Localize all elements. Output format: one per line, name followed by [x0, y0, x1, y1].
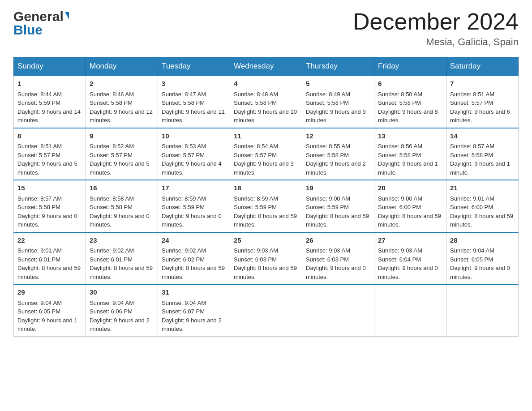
table-cell: 4Sunrise: 8:48 AMSunset: 5:58 PMDaylight…: [230, 76, 302, 128]
col-tuesday: Tuesday: [158, 57, 230, 76]
col-thursday: Thursday: [302, 57, 374, 76]
col-sunday: Sunday: [14, 57, 86, 76]
title-section: December 2024 Mesia, Galicia, Spain: [353, 9, 519, 48]
logo-triangle-icon: [65, 12, 69, 19]
table-cell: 22Sunrise: 9:01 AMSunset: 6:01 PMDayligh…: [14, 232, 86, 285]
day-number: 16: [90, 183, 154, 193]
table-cell: [302, 284, 374, 336]
day-number: 25: [234, 235, 298, 246]
day-number: 31: [162, 287, 226, 298]
table-cell: [374, 284, 446, 336]
table-cell: 20Sunrise: 9:00 AMSunset: 6:00 PMDayligh…: [374, 180, 446, 232]
month-title: December 2024: [353, 9, 519, 34]
table-cell: 23Sunrise: 9:02 AMSunset: 6:01 PMDayligh…: [86, 232, 158, 285]
table-cell: 8Sunrise: 8:51 AMSunset: 5:57 PMDaylight…: [14, 128, 86, 180]
table-cell: 14Sunrise: 8:57 AMSunset: 5:58 PMDayligh…: [446, 128, 519, 180]
table-cell: 26Sunrise: 9:03 AMSunset: 6:03 PMDayligh…: [302, 232, 374, 285]
day-number: 15: [17, 183, 82, 193]
day-number: 27: [378, 235, 442, 246]
table-cell: 3Sunrise: 8:47 AMSunset: 5:58 PMDaylight…: [158, 76, 230, 128]
table-cell: 29Sunrise: 9:04 AMSunset: 6:05 PMDayligh…: [14, 284, 86, 336]
table-cell: 19Sunrise: 9:00 AMSunset: 5:59 PMDayligh…: [302, 180, 374, 232]
table-cell: 9Sunrise: 8:52 AMSunset: 5:57 PMDaylight…: [86, 128, 158, 180]
location: Mesia, Galicia, Spain: [353, 36, 519, 48]
calendar-header: Sunday Monday Tuesday Wednesday Thursday…: [14, 57, 519, 76]
table-cell: 18Sunrise: 8:59 AMSunset: 5:59 PMDayligh…: [230, 180, 302, 232]
day-number: 13: [378, 131, 442, 141]
calendar-table: Sunday Monday Tuesday Wednesday Thursday…: [13, 57, 519, 337]
col-monday: Monday: [86, 57, 158, 76]
day-number: 21: [450, 183, 515, 193]
day-number: 9: [90, 131, 154, 141]
table-cell: 2Sunrise: 8:46 AMSunset: 5:58 PMDaylight…: [86, 76, 158, 128]
table-cell: 1Sunrise: 8:44 AMSunset: 5:59 PMDaylight…: [14, 76, 86, 128]
page-header: General Blue December 2024 Mesia, Galici…: [13, 9, 519, 48]
day-number: 20: [378, 183, 442, 193]
day-number: 4: [234, 79, 298, 89]
day-number: 12: [306, 131, 370, 141]
day-number: 24: [162, 235, 226, 246]
col-wednesday: Wednesday: [230, 57, 302, 76]
day-number: 29: [17, 287, 82, 298]
table-cell: 12Sunrise: 8:55 AMSunset: 5:58 PMDayligh…: [302, 128, 374, 180]
day-number: 17: [162, 183, 226, 193]
day-number: 30: [90, 287, 154, 298]
day-number: 2: [90, 79, 154, 89]
table-cell: [230, 284, 302, 336]
day-number: 6: [378, 79, 442, 89]
calendar-body: 1Sunrise: 8:44 AMSunset: 5:59 PMDaylight…: [14, 76, 519, 336]
day-number: 7: [450, 79, 515, 89]
logo-general: General: [13, 9, 69, 24]
table-cell: 17Sunrise: 8:59 AMSunset: 5:59 PMDayligh…: [158, 180, 230, 232]
table-cell: 15Sunrise: 8:57 AMSunset: 5:58 PMDayligh…: [14, 180, 86, 232]
day-number: 1: [17, 79, 82, 89]
table-cell: 11Sunrise: 8:54 AMSunset: 5:57 PMDayligh…: [230, 128, 302, 180]
day-number: 23: [90, 235, 154, 246]
week-row-4: 22Sunrise: 9:01 AMSunset: 6:01 PMDayligh…: [14, 232, 519, 285]
table-cell: 6Sunrise: 8:50 AMSunset: 5:58 PMDaylight…: [374, 76, 446, 128]
header-row: Sunday Monday Tuesday Wednesday Thursday…: [14, 57, 519, 76]
col-friday: Friday: [374, 57, 446, 76]
col-saturday: Saturday: [446, 57, 519, 76]
table-cell: 27Sunrise: 9:03 AMSunset: 6:04 PMDayligh…: [374, 232, 446, 285]
day-number: 10: [162, 131, 226, 141]
table-cell: 13Sunrise: 8:56 AMSunset: 5:58 PMDayligh…: [374, 128, 446, 180]
week-row-5: 29Sunrise: 9:04 AMSunset: 6:05 PMDayligh…: [14, 284, 519, 336]
table-cell: 30Sunrise: 9:04 AMSunset: 6:06 PMDayligh…: [86, 284, 158, 336]
day-number: 5: [306, 79, 370, 89]
table-cell: 31Sunrise: 9:04 AMSunset: 6:07 PMDayligh…: [158, 284, 230, 336]
week-row-3: 15Sunrise: 8:57 AMSunset: 5:58 PMDayligh…: [14, 180, 519, 232]
table-cell: 24Sunrise: 9:02 AMSunset: 6:02 PMDayligh…: [158, 232, 230, 285]
table-cell: 25Sunrise: 9:03 AMSunset: 6:03 PMDayligh…: [230, 232, 302, 285]
logo-blue: Blue: [13, 22, 43, 38]
day-number: 19: [306, 183, 370, 193]
table-cell: 10Sunrise: 8:53 AMSunset: 5:57 PMDayligh…: [158, 128, 230, 180]
table-cell: 16Sunrise: 8:58 AMSunset: 5:58 PMDayligh…: [86, 180, 158, 232]
table-cell: 28Sunrise: 9:04 AMSunset: 6:05 PMDayligh…: [446, 232, 519, 285]
day-number: 22: [17, 235, 82, 246]
day-number: 18: [234, 183, 298, 193]
table-cell: 21Sunrise: 9:01 AMSunset: 6:00 PMDayligh…: [446, 180, 519, 232]
table-cell: 7Sunrise: 8:51 AMSunset: 5:57 PMDaylight…: [446, 76, 519, 128]
week-row-1: 1Sunrise: 8:44 AMSunset: 5:59 PMDaylight…: [14, 76, 519, 128]
day-number: 3: [162, 79, 226, 89]
day-number: 14: [450, 131, 515, 141]
table-cell: 5Sunrise: 8:49 AMSunset: 5:58 PMDaylight…: [302, 76, 374, 128]
day-number: 28: [450, 235, 515, 246]
table-cell: [446, 284, 519, 336]
day-number: 8: [17, 131, 82, 141]
logo: General Blue: [13, 9, 69, 38]
week-row-2: 8Sunrise: 8:51 AMSunset: 5:57 PMDaylight…: [14, 128, 519, 180]
day-number: 11: [234, 131, 298, 141]
day-number: 26: [306, 235, 370, 246]
